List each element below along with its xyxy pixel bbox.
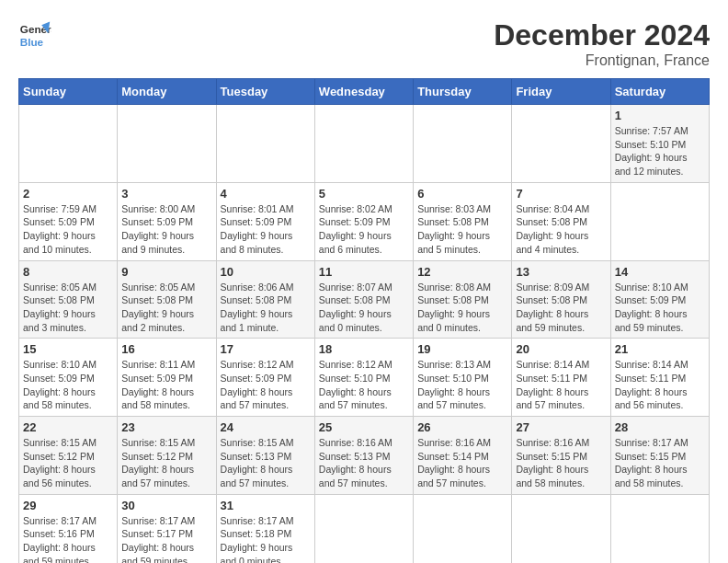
calendar-cell: 12 Sunrise: 8:08 AM Sunset: 5:08 PM Dayl… (414, 260, 512, 339)
day-number: 31 (221, 499, 311, 512)
day-info: Sunrise: 8:14 AM Sunset: 5:11 PM Dayligh… (615, 358, 705, 412)
day-number: 25 (319, 420, 409, 434)
calendar-cell: 1 Sunrise: 7:57 AM Sunset: 5:10 PM Dayli… (610, 105, 709, 183)
day-number: 27 (516, 420, 606, 434)
day-info: Sunrise: 8:15 AM Sunset: 5:13 PM Dayligh… (221, 436, 311, 490)
day-info: Sunrise: 8:14 AM Sunset: 5:11 PM Dayligh… (516, 358, 606, 412)
day-info: Sunrise: 8:01 AM Sunset: 5:09 PM Dayligh… (221, 202, 311, 257)
day-number: 21 (615, 342, 705, 356)
calendar-cell: 28 Sunrise: 8:17 AM Sunset: 5:15 PM Dayl… (610, 417, 709, 495)
calendar-cell: 23 Sunrise: 8:15 AM Sunset: 5:12 PM Dayl… (118, 417, 216, 495)
calendar-table: Sunday Monday Tuesday Wednesday Thursday… (18, 78, 710, 563)
calendar-cell (118, 105, 216, 183)
day-number: 13 (516, 265, 606, 279)
day-info: Sunrise: 8:17 AM Sunset: 5:18 PM Dayligh… (221, 514, 311, 563)
day-number: 16 (121, 342, 211, 356)
svg-text:Blue: Blue (20, 36, 44, 48)
day-info: Sunrise: 8:08 AM Sunset: 5:08 PM Dayligh… (417, 281, 507, 335)
day-info: Sunrise: 8:15 AM Sunset: 5:12 PM Dayligh… (121, 436, 211, 490)
day-number: 10 (221, 265, 311, 279)
calendar-cell: 4 Sunrise: 8:01 AM Sunset: 5:09 PM Dayli… (216, 182, 314, 260)
day-number: 5 (319, 187, 409, 201)
calendar-cell: 17 Sunrise: 8:12 AM Sunset: 5:09 PM Dayl… (216, 339, 314, 417)
calendar-cell (610, 494, 709, 563)
calendar-subtitle: Frontignan, France (494, 52, 710, 69)
col-thursday: Thursday (414, 79, 512, 105)
day-info: Sunrise: 8:16 AM Sunset: 5:14 PM Dayligh… (417, 436, 507, 490)
col-friday: Friday (512, 79, 610, 105)
calendar-cell: 16 Sunrise: 8:11 AM Sunset: 5:09 PM Dayl… (118, 339, 216, 417)
day-info: Sunrise: 8:12 AM Sunset: 5:09 PM Dayligh… (221, 358, 311, 412)
day-info: Sunrise: 8:11 AM Sunset: 5:09 PM Dayligh… (121, 358, 211, 412)
calendar-cell (414, 105, 512, 183)
day-info: Sunrise: 8:09 AM Sunset: 5:08 PM Dayligh… (516, 281, 606, 335)
day-number: 4 (221, 187, 311, 201)
calendar-cell: 6 Sunrise: 8:03 AM Sunset: 5:08 PM Dayli… (414, 182, 512, 260)
calendar-week-row: 8 Sunrise: 8:05 AM Sunset: 5:08 PM Dayli… (19, 260, 710, 339)
day-info: Sunrise: 8:15 AM Sunset: 5:12 PM Dayligh… (23, 436, 113, 490)
day-info: Sunrise: 8:06 AM Sunset: 5:08 PM Dayligh… (221, 281, 311, 335)
day-number: 11 (319, 265, 409, 279)
day-number: 15 (23, 342, 113, 356)
calendar-cell: 8 Sunrise: 8:05 AM Sunset: 5:08 PM Dayli… (19, 260, 118, 339)
day-info: Sunrise: 7:57 AM Sunset: 5:10 PM Dayligh… (615, 124, 705, 178)
col-sunday: Sunday (19, 79, 118, 105)
calendar-cell: 22 Sunrise: 8:15 AM Sunset: 5:12 PM Dayl… (19, 417, 118, 495)
col-wednesday: Wednesday (314, 79, 413, 105)
calendar-title: December 2024 (494, 18, 710, 52)
day-number: 28 (615, 420, 705, 434)
calendar-cell: 20 Sunrise: 8:14 AM Sunset: 5:11 PM Dayl… (512, 339, 610, 417)
day-number: 26 (417, 420, 507, 434)
day-number: 30 (121, 499, 211, 512)
day-info: Sunrise: 8:10 AM Sunset: 5:09 PM Dayligh… (23, 358, 113, 412)
day-info: Sunrise: 8:12 AM Sunset: 5:10 PM Dayligh… (319, 358, 409, 412)
day-info: Sunrise: 8:05 AM Sunset: 5:08 PM Dayligh… (121, 281, 211, 335)
day-info: Sunrise: 8:16 AM Sunset: 5:15 PM Dayligh… (516, 436, 606, 490)
col-monday: Monday (118, 79, 216, 105)
calendar-cell: 14 Sunrise: 8:10 AM Sunset: 5:09 PM Dayl… (610, 260, 709, 339)
day-info: Sunrise: 8:04 AM Sunset: 5:08 PM Dayligh… (516, 202, 606, 257)
day-info: Sunrise: 8:02 AM Sunset: 5:09 PM Dayligh… (319, 202, 409, 257)
day-number: 8 (23, 265, 113, 279)
calendar-cell: 3 Sunrise: 8:00 AM Sunset: 5:09 PM Dayli… (118, 182, 216, 260)
day-number: 9 (121, 265, 211, 279)
day-info: Sunrise: 8:10 AM Sunset: 5:09 PM Dayligh… (615, 281, 705, 335)
title-block: December 2024 Frontignan, France (494, 18, 710, 69)
day-info: Sunrise: 8:05 AM Sunset: 5:08 PM Dayligh… (23, 281, 113, 335)
calendar-week-row: 29 Sunrise: 8:17 AM Sunset: 5:16 PM Dayl… (19, 494, 710, 563)
day-number: 12 (417, 265, 507, 279)
calendar-cell: 9 Sunrise: 8:05 AM Sunset: 5:08 PM Dayli… (118, 260, 216, 339)
day-info: Sunrise: 8:07 AM Sunset: 5:08 PM Dayligh… (319, 281, 409, 335)
day-info: Sunrise: 8:13 AM Sunset: 5:10 PM Dayligh… (417, 358, 507, 412)
calendar-cell: 19 Sunrise: 8:13 AM Sunset: 5:10 PM Dayl… (414, 339, 512, 417)
day-number: 3 (121, 187, 211, 201)
calendar-cell: 26 Sunrise: 8:16 AM Sunset: 5:14 PM Dayl… (414, 417, 512, 495)
calendar-cell: 25 Sunrise: 8:16 AM Sunset: 5:13 PM Dayl… (314, 417, 413, 495)
logo-icon: General Blue (18, 18, 51, 52)
calendar-header: Sunday Monday Tuesday Wednesday Thursday… (19, 79, 710, 105)
day-number: 29 (23, 499, 113, 512)
calendar-cell: 31 Sunrise: 8:17 AM Sunset: 5:18 PM Dayl… (216, 494, 314, 563)
calendar-cell (216, 105, 314, 183)
header-row: Sunday Monday Tuesday Wednesday Thursday… (19, 79, 710, 105)
calendar-cell: 24 Sunrise: 8:15 AM Sunset: 5:13 PM Dayl… (216, 417, 314, 495)
calendar-cell: 21 Sunrise: 8:14 AM Sunset: 5:11 PM Dayl… (610, 339, 709, 417)
calendar-cell: 7 Sunrise: 8:04 AM Sunset: 5:08 PM Dayli… (512, 182, 610, 260)
calendar-cell: 11 Sunrise: 8:07 AM Sunset: 5:08 PM Dayl… (314, 260, 413, 339)
calendar-cell: 5 Sunrise: 8:02 AM Sunset: 5:09 PM Dayli… (314, 182, 413, 260)
day-number: 17 (221, 342, 311, 356)
calendar-cell: 27 Sunrise: 8:16 AM Sunset: 5:15 PM Dayl… (512, 417, 610, 495)
col-tuesday: Tuesday (216, 79, 314, 105)
day-number: 1 (615, 109, 705, 122)
day-number: 6 (417, 187, 507, 201)
calendar-cell: 18 Sunrise: 8:12 AM Sunset: 5:10 PM Dayl… (314, 339, 413, 417)
day-number: 19 (417, 342, 507, 356)
calendar-cell (314, 494, 413, 563)
calendar-week-row: 15 Sunrise: 8:10 AM Sunset: 5:09 PM Dayl… (19, 339, 710, 417)
day-number: 7 (516, 187, 606, 201)
day-number: 14 (615, 265, 705, 279)
day-info: Sunrise: 8:16 AM Sunset: 5:13 PM Dayligh… (319, 436, 409, 490)
calendar-cell: 30 Sunrise: 8:17 AM Sunset: 5:17 PM Dayl… (118, 494, 216, 563)
calendar-cell (314, 105, 413, 183)
calendar-cell (19, 105, 118, 183)
